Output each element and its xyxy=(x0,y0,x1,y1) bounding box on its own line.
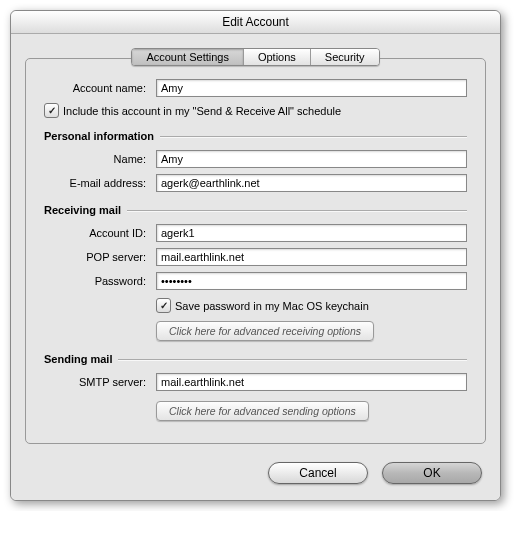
pop-server-label: POP server: xyxy=(44,251,156,263)
account-settings-pane: Account name: ✓ Include this account in … xyxy=(25,58,486,444)
account-id-input[interactable] xyxy=(156,224,467,242)
tab-bar: Account Settings Options Security xyxy=(131,48,379,66)
tab-security[interactable]: Security xyxy=(311,49,379,65)
password-label: Password: xyxy=(44,275,156,287)
account-name-input[interactable] xyxy=(156,79,467,97)
account-name-label: Account name: xyxy=(44,82,156,94)
smtp-server-input[interactable] xyxy=(156,373,467,391)
smtp-server-label: SMTP server: xyxy=(44,376,156,388)
advanced-sending-button[interactable]: Click here for advanced sending options xyxy=(156,401,369,421)
save-keychain-checkbox[interactable]: ✓ xyxy=(156,298,171,313)
ok-button[interactable]: OK xyxy=(382,462,482,484)
section-personal-title: Personal information xyxy=(44,130,154,142)
save-keychain-label: Save password in my Mac OS keychain xyxy=(175,300,369,312)
tab-account-settings[interactable]: Account Settings xyxy=(132,49,244,65)
name-input[interactable] xyxy=(156,150,467,168)
pop-server-input[interactable] xyxy=(156,248,467,266)
edit-account-window: Edit Account Account Settings Options Se… xyxy=(10,10,501,501)
tab-options[interactable]: Options xyxy=(244,49,311,65)
email-input[interactable] xyxy=(156,174,467,192)
include-schedule-label: Include this account in my "Send & Recei… xyxy=(63,105,341,117)
email-label: E-mail address: xyxy=(44,177,156,189)
name-label: Name: xyxy=(44,153,156,165)
advanced-receiving-button[interactable]: Click here for advanced receiving option… xyxy=(156,321,374,341)
section-sending-title: Sending mail xyxy=(44,353,112,365)
divider xyxy=(118,359,467,360)
account-id-label: Account ID: xyxy=(44,227,156,239)
section-receiving-title: Receiving mail xyxy=(44,204,121,216)
divider xyxy=(160,136,467,137)
password-input[interactable] xyxy=(156,272,467,290)
include-schedule-checkbox[interactable]: ✓ xyxy=(44,103,59,118)
divider xyxy=(127,210,467,211)
window-title: Edit Account xyxy=(11,11,500,34)
cancel-button[interactable]: Cancel xyxy=(268,462,368,484)
